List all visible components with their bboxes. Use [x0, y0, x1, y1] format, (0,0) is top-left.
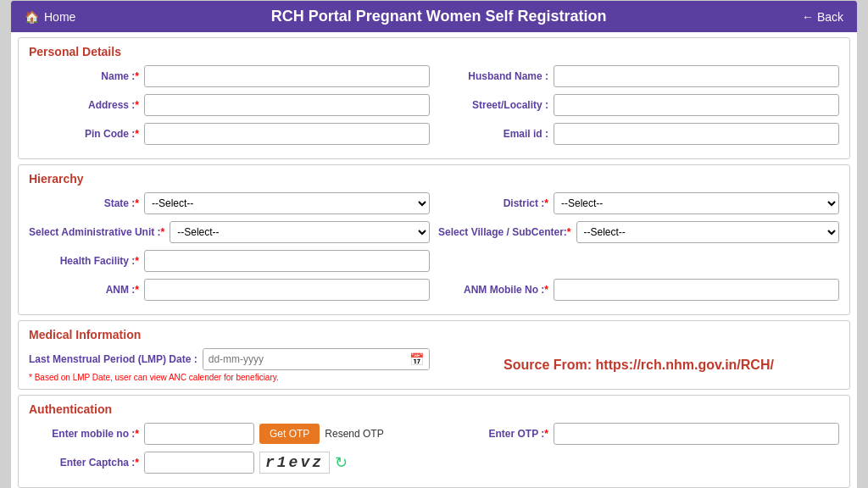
health-facility-label: Health Facility :* — [29, 255, 139, 267]
captcha-field-group: Enter Captcha :* r1evz ↻ — [29, 452, 839, 474]
husband-name-label: Husband Name : — [438, 70, 548, 82]
mobile-field-group: Enter mobile no :* Get OTP Resend OTP — [29, 423, 430, 445]
medical-section: Medical Information Last Menstrual Perio… — [18, 320, 850, 390]
name-field-group: Name :* — [29, 65, 430, 87]
home-icon: 🏠 — [25, 10, 39, 24]
back-label: Back — [817, 10, 843, 24]
health-facility-field-group: Health Facility :* — [29, 250, 430, 272]
anm-field-group: ANM :* — [29, 279, 430, 301]
district-field-group: District :* --Select-- — [438, 192, 839, 214]
enter-otp-label: Enter OTP :* — [438, 428, 548, 440]
hierarchy-section: Hierarchy State :* --Select-- District :… — [18, 164, 850, 315]
lmp-date-input[interactable] — [203, 349, 404, 369]
anm-mobile-label: ANM Mobile No :* — [438, 284, 548, 296]
lmp-left-group: Last Menstrual Period (LMP) Date : 📅 * B… — [29, 348, 430, 382]
village-subcenter-select[interactable]: --Select-- — [576, 221, 840, 243]
street-field-group: Street/Locality : — [438, 94, 839, 116]
personal-details-section: Personal Details Name :* Husband Name : … — [18, 37, 850, 159]
health-facility-row: Health Facility :* — [29, 250, 839, 272]
email-label: Email id : — [438, 128, 548, 140]
husband-name-field-group: Husband Name : — [438, 65, 839, 87]
page-title: RCH Portal Pregnant Women Self Registrat… — [75, 8, 802, 25]
state-select[interactable]: --Select-- — [144, 192, 430, 214]
home-label: Home — [44, 10, 75, 24]
pin-code-input[interactable] — [144, 123, 430, 145]
address-row: Address :* Street/Locality : — [29, 94, 839, 116]
lmp-label: Last Menstrual Period (LMP) Date : — [29, 353, 198, 365]
lmp-date-input-wrapper: 📅 — [203, 348, 430, 370]
back-arrow-icon: ← — [802, 10, 814, 24]
captcha-row: Enter Captcha :* r1evz ↻ — [29, 452, 839, 474]
otp-input[interactable] — [554, 423, 839, 445]
anm-row: ANM :* ANM Mobile No :* — [29, 279, 839, 301]
captcha-input[interactable] — [144, 452, 254, 474]
pin-code-label: Pin Code :* — [29, 128, 139, 140]
name-input[interactable] — [144, 65, 430, 87]
state-district-row: State :* --Select-- District :* --Select… — [29, 192, 839, 214]
street-label: Street/Locality : — [438, 99, 548, 111]
admin-unit-select[interactable]: --Select-- — [170, 221, 430, 243]
health-facility-input[interactable] — [144, 250, 430, 272]
village-subcenter-label: Select Village / SubCenter:* — [438, 226, 571, 238]
authentication-title: Authentication — [29, 402, 839, 416]
lmp-field-group: Last Menstrual Period (LMP) Date : 📅 — [29, 348, 430, 370]
anm-mobile-field-group: ANM Mobile No :* — [438, 279, 839, 301]
captcha-label: Enter Captcha :* — [29, 457, 139, 469]
get-otp-button[interactable]: Get OTP — [259, 424, 320, 444]
medical-title: Medical Information — [29, 328, 839, 341]
pincode-field-group: Pin Code :* — [29, 123, 430, 145]
admin-unit-label: Select Administrative Unit :* — [29, 226, 164, 238]
hierarchy-title: Hierarchy — [29, 172, 839, 186]
admin-village-row: Select Administrative Unit :* --Select--… — [29, 221, 839, 243]
home-button[interactable]: 🏠 Home — [25, 10, 75, 24]
anm-input[interactable] — [144, 279, 430, 301]
name-row: Name :* Husband Name : — [29, 65, 839, 87]
address-label: Address :* — [29, 99, 139, 111]
admin-unit-field-group: Select Administrative Unit :* --Select-- — [29, 221, 430, 243]
lmp-note: * Based on LMP Date, user can view ANC c… — [29, 373, 430, 382]
anm-mobile-input[interactable] — [554, 279, 839, 301]
mobile-otp-row: Enter mobile no :* Get OTP Resend OTP En… — [29, 423, 839, 445]
enter-otp-field-group: Enter OTP :* — [438, 423, 839, 445]
captcha-refresh-icon[interactable]: ↻ — [335, 453, 348, 472]
address-field-group: Address :* — [29, 94, 430, 116]
personal-details-title: Personal Details — [29, 45, 839, 58]
state-field-group: State :* --Select-- — [29, 192, 430, 214]
mobile-input[interactable] — [144, 423, 254, 445]
mobile-label: Enter mobile no :* — [29, 428, 139, 440]
lmp-row: Last Menstrual Period (LMP) Date : 📅 * B… — [29, 348, 839, 382]
authentication-section: Authentication Enter mobile no :* Get OT… — [18, 395, 850, 488]
anm-label: ANM :* — [29, 284, 139, 296]
address-input[interactable] — [144, 94, 430, 116]
captcha-image: r1evz — [259, 452, 330, 474]
village-subcenter-field-group: Select Village / SubCenter:* --Select-- — [438, 221, 839, 243]
pincode-row: Pin Code :* Email id : — [29, 123, 839, 145]
resend-otp-button[interactable]: Resend OTP — [325, 428, 383, 440]
calendar-icon[interactable]: 📅 — [404, 349, 429, 369]
district-select[interactable]: --Select-- — [554, 192, 839, 214]
email-field-group: Email id : — [438, 123, 839, 145]
street-input[interactable] — [554, 94, 839, 116]
husband-name-input[interactable] — [554, 65, 839, 87]
state-label: State :* — [29, 197, 139, 209]
source-text: Source From: https://rch.nhm.gov.in/RCH/ — [438, 358, 839, 373]
name-label: Name :* — [29, 70, 139, 82]
district-label: District :* — [438, 197, 548, 209]
email-input[interactable] — [554, 123, 839, 145]
header: 🏠 Home RCH Portal Pregnant Women Self Re… — [11, 1, 857, 32]
page-container: 🏠 Home RCH Portal Pregnant Women Self Re… — [10, 0, 858, 488]
back-button[interactable]: ← Back — [802, 10, 843, 24]
